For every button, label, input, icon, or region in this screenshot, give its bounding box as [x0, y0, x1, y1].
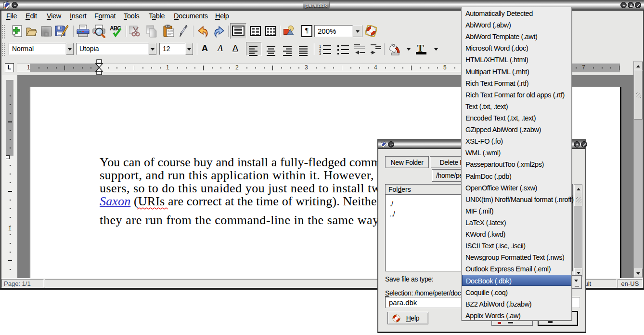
svg-text:3: 3 [319, 52, 321, 55]
